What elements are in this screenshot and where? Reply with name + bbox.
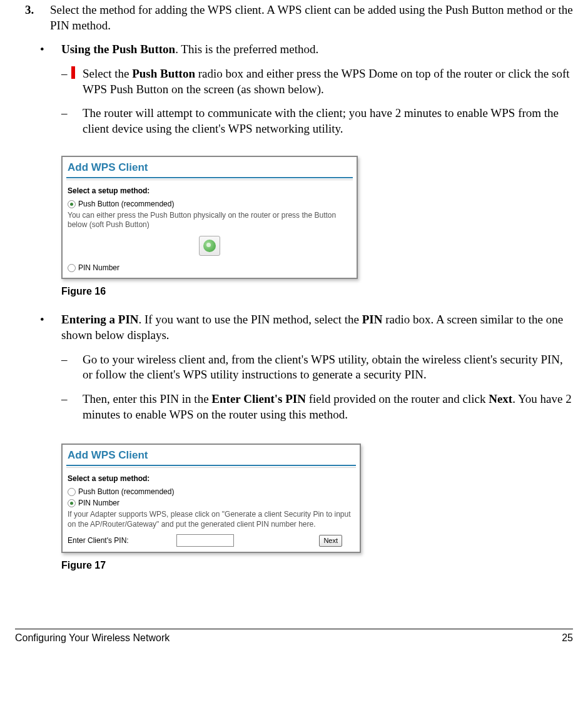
pin-label: Enter Client's PIN: — [68, 536, 129, 546]
radio-pin-number[interactable]: PIN Number — [63, 263, 357, 278]
pin-entry-row: Enter Client's PIN: Next — [63, 532, 360, 552]
radio-push-button[interactable]: Push Button (recommended) — [63, 487, 360, 498]
dash-text: Select the Push Button radio box and eit… — [83, 66, 575, 97]
pin-input[interactable] — [176, 534, 234, 547]
step-number: 3. — [13, 3, 50, 33]
divider-shadow — [66, 467, 356, 468]
radio-push-button[interactable]: Push Button (recommended) — [63, 199, 357, 210]
dash-marker: – — [61, 352, 83, 383]
bullet-entering-pin: • Entering a PIN. If you want to use the… — [40, 312, 575, 343]
dash-marker: – — [61, 106, 83, 136]
page-footer: Configuring Your Wireless Network 25 — [15, 629, 573, 645]
bullet-marker: • — [40, 42, 61, 58]
next-button[interactable]: Next — [319, 535, 342, 546]
dialog-title: Add WPS Client — [63, 157, 357, 177]
wps-button-row — [63, 233, 357, 263]
push-button-step-1: – Select the Push Button radio box and e… — [61, 66, 575, 97]
wps-soft-button[interactable] — [199, 236, 220, 256]
radio-label: PIN Number — [78, 263, 119, 273]
radio-label: PIN Number — [78, 499, 119, 509]
figure-caption: Figure 17 — [61, 559, 575, 572]
radio-label: Push Button (recommended) — [78, 487, 174, 497]
step-3: 3. Select the method for adding the WPS … — [13, 3, 575, 33]
radio-label: Push Button (recommended) — [78, 200, 174, 210]
divider — [66, 177, 353, 178]
dash-marker: – — [61, 392, 83, 422]
push-button-description: You can either press the Push Button phy… — [63, 210, 357, 233]
dialog-title: Add WPS Client — [63, 445, 360, 465]
divider-shadow — [66, 180, 353, 180]
radio-icon — [68, 488, 76, 496]
radio-icon — [68, 499, 76, 507]
radio-icon — [68, 200, 76, 208]
figure-16: Add WPS Client Select a setup method: Pu… — [61, 156, 575, 298]
step-text: Select the method for adding the WPS cli… — [50, 3, 575, 33]
wps-dialog-push-button: Add WPS Client Select a setup method: Pu… — [61, 156, 358, 280]
pin-description: If your Adapter supports WPS, please cli… — [63, 509, 360, 532]
figure-caption: Figure 16 — [61, 285, 575, 298]
bullet-push-button: • Using the Push Button. This is the pre… — [40, 42, 575, 58]
radio-icon — [68, 264, 76, 272]
revision-mark-icon — [71, 66, 75, 79]
bullet-text: Entering a PIN. If you want to use the P… — [61, 312, 575, 343]
page-number: 25 — [562, 632, 573, 645]
dash-text: The router will attempt to communicate w… — [83, 106, 575, 136]
section-label: Select a setup method: — [63, 474, 360, 487]
section-label: Select a setup method: — [63, 186, 357, 199]
bullet-text: Using the Push Button. This is the prefe… — [61, 42, 575, 58]
pin-step-2: – Then, enter this PIN in the Enter Clie… — [61, 392, 575, 422]
push-button-step-2: – The router will attempt to communicate… — [61, 106, 575, 136]
radio-pin-number[interactable]: PIN Number — [63, 498, 360, 509]
pin-step-1: – Go to your wireless client and, from t… — [61, 352, 575, 383]
figure-17: Add WPS Client Select a setup method: Pu… — [61, 444, 575, 572]
footer-title: Configuring Your Wireless Network — [15, 632, 170, 645]
bullet-marker: • — [40, 312, 61, 343]
dash-text: Then, enter this PIN in the Enter Client… — [83, 392, 575, 422]
dash-text: Go to your wireless client and, from the… — [83, 352, 575, 383]
wps-dialog-pin: Add WPS Client Select a setup method: Pu… — [61, 444, 361, 553]
divider — [66, 465, 356, 466]
wps-icon — [203, 240, 216, 252]
